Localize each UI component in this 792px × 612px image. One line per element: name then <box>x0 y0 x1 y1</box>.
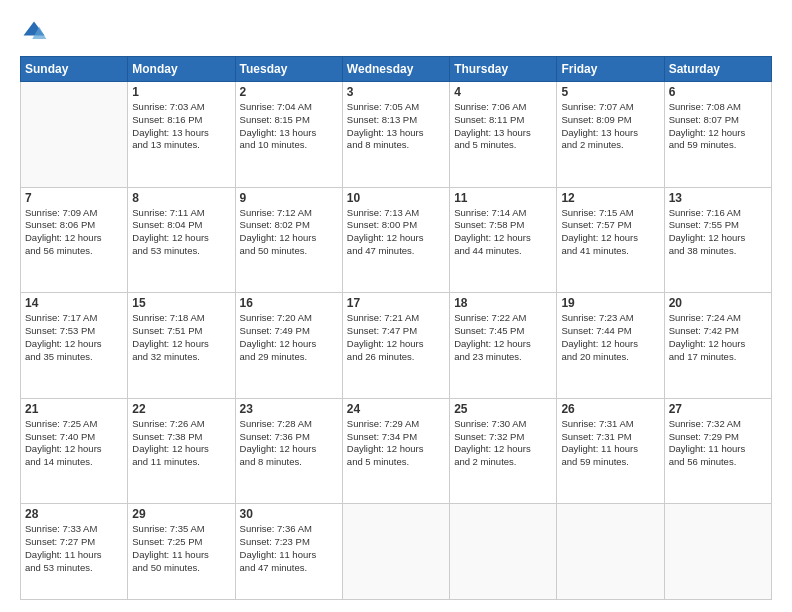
day-info: Sunrise: 7:07 AM Sunset: 8:09 PM Dayligh… <box>561 101 659 152</box>
day-info: Sunrise: 7:30 AM Sunset: 7:32 PM Dayligh… <box>454 418 552 469</box>
calendar-header-saturday: Saturday <box>664 57 771 82</box>
calendar-header-tuesday: Tuesday <box>235 57 342 82</box>
day-info: Sunrise: 7:35 AM Sunset: 7:25 PM Dayligh… <box>132 523 230 574</box>
day-info: Sunrise: 7:11 AM Sunset: 8:04 PM Dayligh… <box>132 207 230 258</box>
calendar-cell: 23Sunrise: 7:28 AM Sunset: 7:36 PM Dayli… <box>235 398 342 504</box>
day-info: Sunrise: 7:23 AM Sunset: 7:44 PM Dayligh… <box>561 312 659 363</box>
day-number: 13 <box>669 191 767 205</box>
calendar-cell <box>664 504 771 600</box>
calendar-row-1: 7Sunrise: 7:09 AM Sunset: 8:06 PM Daylig… <box>21 187 772 293</box>
calendar-cell: 30Sunrise: 7:36 AM Sunset: 7:23 PM Dayli… <box>235 504 342 600</box>
day-info: Sunrise: 7:31 AM Sunset: 7:31 PM Dayligh… <box>561 418 659 469</box>
header <box>20 18 772 46</box>
calendar-row-3: 21Sunrise: 7:25 AM Sunset: 7:40 PM Dayli… <box>21 398 772 504</box>
calendar-cell: 7Sunrise: 7:09 AM Sunset: 8:06 PM Daylig… <box>21 187 128 293</box>
calendar-row-2: 14Sunrise: 7:17 AM Sunset: 7:53 PM Dayli… <box>21 293 772 399</box>
day-number: 17 <box>347 296 445 310</box>
day-number: 7 <box>25 191 123 205</box>
day-number: 2 <box>240 85 338 99</box>
day-number: 21 <box>25 402 123 416</box>
day-info: Sunrise: 7:20 AM Sunset: 7:49 PM Dayligh… <box>240 312 338 363</box>
calendar-cell: 18Sunrise: 7:22 AM Sunset: 7:45 PM Dayli… <box>450 293 557 399</box>
day-info: Sunrise: 7:24 AM Sunset: 7:42 PM Dayligh… <box>669 312 767 363</box>
day-number: 1 <box>132 85 230 99</box>
day-info: Sunrise: 7:13 AM Sunset: 8:00 PM Dayligh… <box>347 207 445 258</box>
day-info: Sunrise: 7:21 AM Sunset: 7:47 PM Dayligh… <box>347 312 445 363</box>
day-info: Sunrise: 7:33 AM Sunset: 7:27 PM Dayligh… <box>25 523 123 574</box>
day-info: Sunrise: 7:06 AM Sunset: 8:11 PM Dayligh… <box>454 101 552 152</box>
calendar-header-sunday: Sunday <box>21 57 128 82</box>
calendar-row-4: 28Sunrise: 7:33 AM Sunset: 7:27 PM Dayli… <box>21 504 772 600</box>
calendar-cell: 14Sunrise: 7:17 AM Sunset: 7:53 PM Dayli… <box>21 293 128 399</box>
day-number: 15 <box>132 296 230 310</box>
day-info: Sunrise: 7:12 AM Sunset: 8:02 PM Dayligh… <box>240 207 338 258</box>
calendar-cell: 4Sunrise: 7:06 AM Sunset: 8:11 PM Daylig… <box>450 82 557 188</box>
day-info: Sunrise: 7:26 AM Sunset: 7:38 PM Dayligh… <box>132 418 230 469</box>
calendar-cell: 1Sunrise: 7:03 AM Sunset: 8:16 PM Daylig… <box>128 82 235 188</box>
day-info: Sunrise: 7:36 AM Sunset: 7:23 PM Dayligh… <box>240 523 338 574</box>
calendar-cell: 24Sunrise: 7:29 AM Sunset: 7:34 PM Dayli… <box>342 398 449 504</box>
day-info: Sunrise: 7:08 AM Sunset: 8:07 PM Dayligh… <box>669 101 767 152</box>
calendar-cell: 19Sunrise: 7:23 AM Sunset: 7:44 PM Dayli… <box>557 293 664 399</box>
day-number: 27 <box>669 402 767 416</box>
day-number: 29 <box>132 507 230 521</box>
calendar-cell: 28Sunrise: 7:33 AM Sunset: 7:27 PM Dayli… <box>21 504 128 600</box>
calendar-cell: 6Sunrise: 7:08 AM Sunset: 8:07 PM Daylig… <box>664 82 771 188</box>
calendar-cell <box>450 504 557 600</box>
calendar-cell: 13Sunrise: 7:16 AM Sunset: 7:55 PM Dayli… <box>664 187 771 293</box>
calendar-row-0: 1Sunrise: 7:03 AM Sunset: 8:16 PM Daylig… <box>21 82 772 188</box>
day-number: 24 <box>347 402 445 416</box>
calendar-cell: 27Sunrise: 7:32 AM Sunset: 7:29 PM Dayli… <box>664 398 771 504</box>
day-number: 12 <box>561 191 659 205</box>
day-number: 6 <box>669 85 767 99</box>
calendar-cell: 2Sunrise: 7:04 AM Sunset: 8:15 PM Daylig… <box>235 82 342 188</box>
calendar-cell: 26Sunrise: 7:31 AM Sunset: 7:31 PM Dayli… <box>557 398 664 504</box>
day-number: 3 <box>347 85 445 99</box>
calendar-cell: 29Sunrise: 7:35 AM Sunset: 7:25 PM Dayli… <box>128 504 235 600</box>
day-number: 16 <box>240 296 338 310</box>
day-number: 30 <box>240 507 338 521</box>
calendar-cell: 22Sunrise: 7:26 AM Sunset: 7:38 PM Dayli… <box>128 398 235 504</box>
calendar-cell: 17Sunrise: 7:21 AM Sunset: 7:47 PM Dayli… <box>342 293 449 399</box>
day-info: Sunrise: 7:29 AM Sunset: 7:34 PM Dayligh… <box>347 418 445 469</box>
day-info: Sunrise: 7:14 AM Sunset: 7:58 PM Dayligh… <box>454 207 552 258</box>
calendar-cell <box>342 504 449 600</box>
day-number: 14 <box>25 296 123 310</box>
calendar-table: SundayMondayTuesdayWednesdayThursdayFrid… <box>20 56 772 600</box>
day-number: 8 <box>132 191 230 205</box>
day-number: 10 <box>347 191 445 205</box>
calendar-cell: 5Sunrise: 7:07 AM Sunset: 8:09 PM Daylig… <box>557 82 664 188</box>
day-number: 26 <box>561 402 659 416</box>
day-number: 4 <box>454 85 552 99</box>
day-info: Sunrise: 7:09 AM Sunset: 8:06 PM Dayligh… <box>25 207 123 258</box>
day-number: 18 <box>454 296 552 310</box>
calendar-header-monday: Monday <box>128 57 235 82</box>
logo-icon <box>20 18 48 46</box>
day-number: 19 <box>561 296 659 310</box>
calendar-cell: 3Sunrise: 7:05 AM Sunset: 8:13 PM Daylig… <box>342 82 449 188</box>
page: SundayMondayTuesdayWednesdayThursdayFrid… <box>0 0 792 612</box>
day-number: 23 <box>240 402 338 416</box>
calendar-cell: 20Sunrise: 7:24 AM Sunset: 7:42 PM Dayli… <box>664 293 771 399</box>
day-info: Sunrise: 7:22 AM Sunset: 7:45 PM Dayligh… <box>454 312 552 363</box>
day-info: Sunrise: 7:05 AM Sunset: 8:13 PM Dayligh… <box>347 101 445 152</box>
calendar-cell: 15Sunrise: 7:18 AM Sunset: 7:51 PM Dayli… <box>128 293 235 399</box>
calendar-cell <box>557 504 664 600</box>
day-info: Sunrise: 7:04 AM Sunset: 8:15 PM Dayligh… <box>240 101 338 152</box>
calendar-cell: 25Sunrise: 7:30 AM Sunset: 7:32 PM Dayli… <box>450 398 557 504</box>
logo <box>20 18 52 46</box>
calendar-cell: 9Sunrise: 7:12 AM Sunset: 8:02 PM Daylig… <box>235 187 342 293</box>
calendar-cell: 11Sunrise: 7:14 AM Sunset: 7:58 PM Dayli… <box>450 187 557 293</box>
day-info: Sunrise: 7:17 AM Sunset: 7:53 PM Dayligh… <box>25 312 123 363</box>
calendar-header-friday: Friday <box>557 57 664 82</box>
day-number: 5 <box>561 85 659 99</box>
calendar-cell <box>21 82 128 188</box>
calendar-header-row: SundayMondayTuesdayWednesdayThursdayFrid… <box>21 57 772 82</box>
day-number: 28 <box>25 507 123 521</box>
calendar-cell: 8Sunrise: 7:11 AM Sunset: 8:04 PM Daylig… <box>128 187 235 293</box>
day-number: 22 <box>132 402 230 416</box>
day-number: 11 <box>454 191 552 205</box>
day-info: Sunrise: 7:15 AM Sunset: 7:57 PM Dayligh… <box>561 207 659 258</box>
calendar-cell: 10Sunrise: 7:13 AM Sunset: 8:00 PM Dayli… <box>342 187 449 293</box>
day-info: Sunrise: 7:16 AM Sunset: 7:55 PM Dayligh… <box>669 207 767 258</box>
